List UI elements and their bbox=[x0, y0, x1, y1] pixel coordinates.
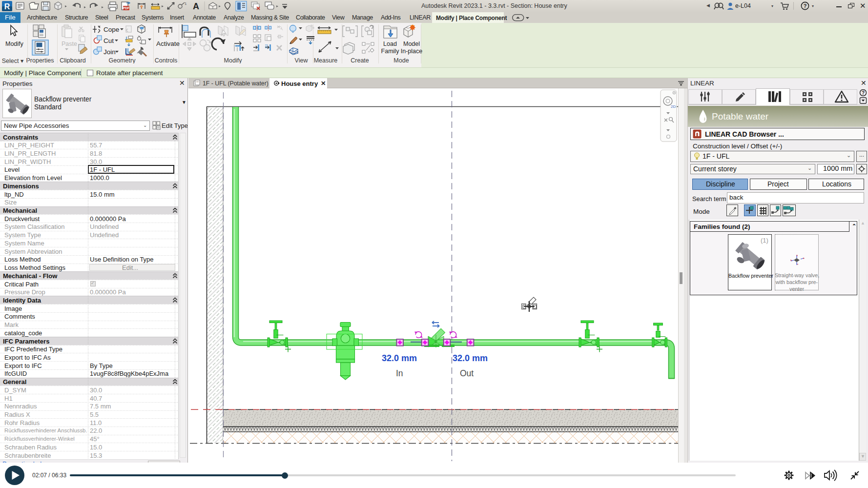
svg-text:Modify: Modify bbox=[5, 41, 24, 47]
svg-text:32.0 mm: 32.0 mm bbox=[382, 353, 417, 363]
svg-text:Out: Out bbox=[460, 368, 474, 378]
svg-text:Cope: Cope bbox=[103, 26, 119, 33]
svg-text:32.0 mm: 32.0 mm bbox=[453, 353, 488, 363]
svg-text:Join: Join bbox=[103, 48, 116, 56]
svg-text:1: 1 bbox=[185, 1, 187, 6]
svg-text:Model: Model bbox=[403, 41, 420, 47]
svg-text:Family: Family bbox=[381, 48, 400, 55]
svg-text:?: ? bbox=[804, 3, 807, 9]
svg-text:Paste: Paste bbox=[62, 41, 77, 47]
svg-text:In: In bbox=[396, 368, 403, 378]
svg-text:Load: Load bbox=[383, 41, 397, 47]
svg-text:?: ? bbox=[862, 90, 865, 96]
svg-text:PDF: PDF bbox=[123, 6, 129, 10]
svg-text:A: A bbox=[193, 1, 199, 11]
svg-text:Activate: Activate bbox=[156, 40, 180, 47]
svg-text:2D: 2D bbox=[671, 104, 676, 109]
svg-text:R: R bbox=[4, 2, 10, 11]
svg-text:In-place: In-place bbox=[401, 48, 423, 55]
svg-text:Cut: Cut bbox=[103, 37, 114, 44]
